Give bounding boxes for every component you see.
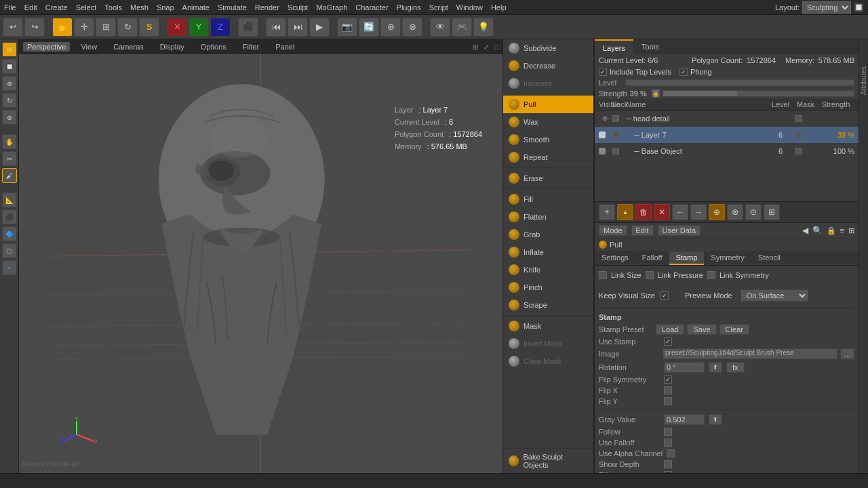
layer-row-head-detail[interactable]: 👁 ─ head detail <box>595 110 859 127</box>
menu-edit[interactable]: Edit <box>24 3 37 12</box>
bilinear-checkbox[interactable] <box>664 471 672 473</box>
lock-checkbox-layer7[interactable] <box>612 131 619 138</box>
layer-eye-base-object[interactable] <box>599 148 611 155</box>
mask-checkbox-head-detail[interactable] <box>795 115 802 122</box>
brush-mask[interactable]: Mask <box>503 317 593 335</box>
left-btn-10[interactable]: ⬛ <box>2 209 17 224</box>
layer-mask-base-object[interactable] <box>795 148 816 155</box>
attributes-label[interactable]: Attributes <box>860 66 867 95</box>
edit-button[interactable]: Edit <box>631 225 654 236</box>
settings-tab-stencil[interactable]: Stencil <box>751 251 787 265</box>
layer-mask-layer7[interactable] <box>795 131 816 138</box>
settings-icon2[interactable]: ⊞ <box>848 226 854 235</box>
brush-pull[interactable]: Pull <box>503 96 593 113</box>
fx-button[interactable]: fx <box>726 362 745 373</box>
left-btn-12[interactable]: ⬡ <box>2 243 17 258</box>
viewport-tab-cameras[interactable]: Cameras <box>108 39 149 54</box>
menu-simulate[interactable]: Simulate <box>218 3 247 12</box>
brush-wax[interactable]: Wax <box>503 113 593 131</box>
lock-checkbox-head-detail[interactable] <box>612 115 619 122</box>
left-btn-3[interactable]: ⊕ <box>2 76 17 91</box>
toolbar-x[interactable]: ✕ <box>167 18 187 37</box>
rotation-input[interactable] <box>664 362 705 373</box>
left-btn-13[interactable]: 🔹 <box>2 260 17 275</box>
sculpt-tool-arrow-left[interactable]: ← <box>672 204 688 220</box>
settings-tab-falloff[interactable]: Falloff <box>635 251 669 265</box>
user-data-button[interactable]: User Data <box>658 225 701 236</box>
layer-eye-head-detail[interactable]: 👁 <box>599 115 611 123</box>
viewport[interactable]: Perspective View Cameras Display Options… <box>19 39 502 473</box>
settings-tab-stamp[interactable]: Stamp <box>669 251 705 265</box>
use-falloff-checkbox[interactable] <box>664 439 672 447</box>
sculpt-tool-unlink[interactable]: ⊙ <box>745 204 762 220</box>
toolbar-z[interactable]: Z <box>210 18 231 37</box>
menu-mesh[interactable]: Mesh <box>130 3 149 12</box>
viewport-icon3[interactable]: □ <box>494 43 498 51</box>
toolbar-material2[interactable]: ⊗ <box>402 18 422 37</box>
gray-value-input[interactable] <box>664 414 705 425</box>
toolbar-camera[interactable]: 📷 <box>337 18 357 37</box>
tab-tools[interactable]: Tools <box>633 39 667 54</box>
viewport-icon1[interactable]: ⊞ <box>473 43 478 51</box>
toolbar-y[interactable]: Y <box>189 18 209 37</box>
left-btn-6[interactable]: ✋ <box>2 134 17 149</box>
menu-help[interactable]: Help <box>491 3 507 12</box>
viewport-tab-options[interactable]: Options <box>195 39 232 54</box>
toolbar-rotate2[interactable]: 🔄 <box>359 18 379 37</box>
layer-eye-layer7[interactable] <box>599 131 611 138</box>
flip-x-checkbox[interactable] <box>664 386 672 394</box>
bake-sculpt-button[interactable]: Bake Sculpt Objects <box>503 449 593 473</box>
brush-increase[interactable]: Increase <box>503 75 593 92</box>
sculpt-tool-copy[interactable]: ⊕ <box>709 204 725 220</box>
menu-snap[interactable]: Snap <box>157 3 174 12</box>
viewport-tab-display[interactable]: Display <box>155 39 190 54</box>
stamp-load-button[interactable]: Load <box>656 324 684 335</box>
layer-row-layer7[interactable]: ─ Layer 7 6 39 % <box>595 127 859 143</box>
toolbar-s[interactable]: S <box>139 18 159 37</box>
brush-grab[interactable]: Grab <box>503 226 593 243</box>
gray-value-stepper[interactable]: ⬆ <box>709 414 722 425</box>
strength-lock[interactable]: 🔒 <box>652 89 660 98</box>
brush-clear-mask[interactable]: Clear Mask <box>503 352 593 370</box>
tab-layers[interactable]: Layers <box>595 39 633 54</box>
lock-checkbox-base-object[interactable] <box>612 148 619 155</box>
mask-checkbox-layer7[interactable] <box>795 131 802 138</box>
left-btn-2[interactable]: 🔲 <box>2 59 17 74</box>
brush-erase[interactable]: Erase <box>503 169 593 187</box>
link-symmetry-checkbox[interactable] <box>707 271 715 279</box>
menu-mograph[interactable]: MoGraph <box>316 3 347 12</box>
brush-subdivide[interactable]: Subdivide <box>503 39 593 57</box>
settings-tab-settings[interactable]: Settings <box>595 251 635 265</box>
sculpt-tool-arrow-right[interactable]: → <box>690 204 707 220</box>
use-alpha-checkbox[interactable] <box>667 449 675 458</box>
brush-flatten[interactable]: Flatten <box>503 208 593 226</box>
menu-tools[interactable]: Tools <box>104 3 122 12</box>
toolbar-3d[interactable]: 🎮 <box>452 18 472 37</box>
collapse-icon[interactable]: ◀ <box>802 226 808 235</box>
strength-bar[interactable] <box>663 90 854 97</box>
left-btn-1[interactable]: ⊞ <box>2 42 17 57</box>
menu-character[interactable]: Character <box>355 3 388 12</box>
search-icon[interactable]: 🔍 <box>812 226 823 235</box>
toolbar-material[interactable]: ⊕ <box>380 18 401 37</box>
lock-icon[interactable]: 🔒 <box>827 226 836 235</box>
layout-dropdown[interactable]: Sculpting <box>802 1 851 14</box>
menu-select[interactable]: Select <box>76 3 97 12</box>
left-btn-4[interactable]: ↻ <box>2 93 17 108</box>
viewport-tab-panel[interactable]: Panel <box>270 39 300 54</box>
use-stamp-checkbox[interactable] <box>664 338 672 346</box>
toolbar-anim1[interactable]: ⏮ <box>266 18 286 37</box>
brush-inflate[interactable]: Inflate <box>503 243 593 261</box>
left-btn-9[interactable]: 📐 <box>2 192 17 207</box>
rotation-stepper[interactable]: ⬆ <box>709 362 722 373</box>
layer-lock-layer7[interactable] <box>612 131 625 138</box>
toolbar-rotate[interactable]: ↻ <box>117 18 138 37</box>
brush-pinch[interactable]: Pinch <box>503 279 593 296</box>
layer-row-base-object[interactable]: ─ Base Object 6 100 % <box>595 143 859 159</box>
preview-mode-dropdown[interactable]: On Surface <box>741 289 808 302</box>
eye-icon-layer7[interactable] <box>599 131 606 138</box>
include-top-levels-item[interactable]: Include Top Levels <box>599 68 671 76</box>
brush-smooth[interactable]: Smooth <box>503 131 593 148</box>
eye-icon-base-object[interactable] <box>599 148 606 155</box>
menu-window[interactable]: Window <box>456 3 483 12</box>
